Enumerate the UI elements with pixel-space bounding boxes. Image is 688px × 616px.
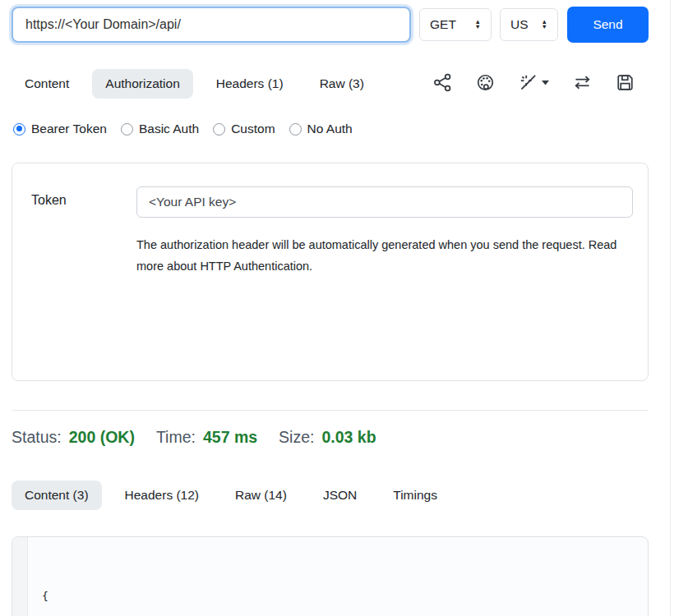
tab-content[interactable]: Content [12,69,82,99]
size-label: Size: [279,428,314,447]
radio-icon [121,123,133,136]
tab-resp-timings[interactable]: Timings [380,480,450,510]
radio-icon [289,123,302,136]
share-icon[interactable] [433,73,452,92]
response-body-panel: { "message": "API running." } [12,536,649,616]
section-divider [12,410,649,411]
size-value: 0.03 kb [321,428,376,447]
magic-wand-dropdown-icon[interactable] [519,73,549,92]
url-input[interactable] [12,7,411,43]
time-pair: Time: 457 ms [156,428,257,447]
radio-icon [213,123,225,136]
response-tabs: Content (3) Headers (12) Raw (14) JSON T… [12,480,460,510]
tab-headers[interactable]: Headers (1) [203,69,297,99]
method-select[interactable]: GET ▲▼ [419,8,492,41]
radio-icon [13,123,25,136]
region-select-value: US [510,17,529,32]
caret-down-icon [542,80,549,85]
request-toolbar [433,73,635,92]
tab-raw[interactable]: Raw (3) [307,69,377,99]
json-brace-open: { [42,590,48,602]
api-client-page: GET ▲▼ US ▲▼ Send Content Authorization … [0,0,688,616]
tab-resp-raw[interactable]: Raw (14) [222,480,300,510]
radio-bearer-token[interactable]: Bearer Token [13,122,107,136]
size-pair: Size: 0.03 kb [279,428,376,447]
status-pair: Status: 200 (OK) [12,428,135,447]
tab-resp-headers[interactable]: Headers (12) [112,480,212,510]
radio-label: Bearer Token [31,122,107,136]
response-json-code: { "message": "API running." } [29,537,648,616]
token-help-text: The authorization header will be automat… [136,234,623,277]
region-select[interactable]: US ▲▼ [500,8,558,41]
token-label: Token [31,193,67,208]
method-select-value: GET [430,17,456,32]
request-tabs: Content Authorization Headers (1) Raw (3… [12,69,387,99]
tab-resp-json[interactable]: JSON [310,480,370,510]
response-status-row: Status: 200 (OK) Time: 457 ms Size: 0.03… [12,428,376,447]
radio-no-auth[interactable]: No Auth [289,122,353,136]
radio-basic-auth[interactable]: Basic Auth [121,122,199,136]
status-value: 200 (OK) [69,428,135,447]
select-updown-icon: ▲▼ [542,20,547,30]
save-icon[interactable] [616,73,635,92]
palette-icon[interactable] [476,73,495,92]
time-label: Time: [156,428,196,447]
status-label: Status: [12,428,62,447]
token-input[interactable] [136,186,633,218]
code-gutter [12,537,28,616]
radio-custom[interactable]: Custom [213,122,275,136]
tab-resp-content[interactable]: Content (3) [12,480,102,510]
radio-label: No Auth [307,122,353,136]
auth-type-options: Bearer Token Basic Auth Custom No Auth [13,122,353,136]
token-panel: Token The authorization header will be a… [12,163,649,381]
swap-arrows-icon[interactable] [573,73,592,92]
radio-label: Custom [231,122,275,136]
select-updown-icon: ▲▼ [475,20,481,30]
send-button[interactable]: Send [567,7,649,43]
scrollbar-track[interactable] [670,0,671,616]
time-value: 457 ms [203,428,257,447]
radio-label: Basic Auth [139,122,199,136]
tab-authorization[interactable]: Authorization [92,69,192,99]
